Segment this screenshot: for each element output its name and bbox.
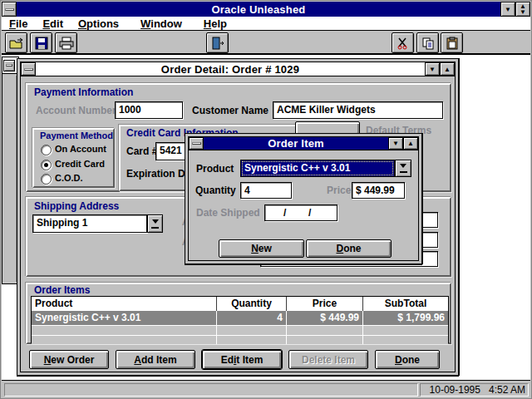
radio-on-account[interactable] [41,145,52,155]
minimize-icon: ▼ [429,66,436,72]
application-window: Oracle Unleashed ▼ ▲▼ File Edit Options … [0,0,532,399]
cut-button[interactable] [392,32,414,53]
edit-item-button[interactable]: Edit Item [202,350,282,369]
table-row-selected[interactable]: Synergistic C++ v 3.01 4 $ 449.99 $ 1,79… [32,311,448,325]
app-titlebar: Oracle Unleashed ▼ ▲▼ [2,2,530,17]
status-datetime: 10-09-1995 4:52 AM [420,383,529,397]
order-detail-minimize-button[interactable]: ▼ [425,62,440,76]
maximize-icon: ▲ [444,66,451,72]
date-shipped-field[interactable]: / / [264,204,337,221]
order-items-table: Product Quantity Price SubTotal Synergis… [31,296,449,343]
price-field[interactable]: $ 449.99 [352,182,405,199]
minimize-icon: ▼ [505,7,511,12]
chevron-down-icon [400,164,406,171]
new-order-button[interactable]: New Order [29,350,109,369]
menu-edit[interactable]: Edit [35,17,71,30]
minimize-icon: ▼ [392,140,399,146]
payment-information-label: Payment Information [34,86,133,98]
column-header-product: Product [32,297,217,311]
dialog-new-button[interactable]: New [219,239,304,258]
column-header-subtotal: SubTotal [363,297,448,311]
cut-icon [397,37,410,50]
statusbar: 10-09-1995 4:52 AM [2,380,530,397]
customer-name-label: Customer Name [192,105,268,116]
product-combobox[interactable]: Synergistic C++ v 3.01 [240,160,395,177]
order-detail-titlebar: Order Detail: Order # 1029 ▼ ▲ [20,62,456,76]
price-label: Price [327,185,351,196]
add-item-button[interactable]: Add Item [116,350,195,369]
order-detail-title: Order Detail: Order # 1029 [36,63,425,76]
shipping-address-dropdown-button[interactable] [147,214,163,233]
menu-help[interactable]: Help [196,17,234,30]
minimize-button[interactable]: ▼ [500,2,515,17]
product-dropdown-button[interactable] [395,160,411,177]
delete-item-button: Delete Item [288,350,368,369]
print-button[interactable] [55,32,77,53]
menu-window[interactable]: Window [133,17,190,30]
cell-product: Synergistic C++ v 3.01 [32,311,217,325]
radio-cod[interactable] [41,174,52,185]
menu-options[interactable]: Options [71,17,126,30]
menu-file[interactable]: File [2,17,35,30]
control-menu-icon [192,142,201,145]
payment-method-label: Payment Method [40,131,113,140]
account-number-label: Account Number [36,105,116,116]
done-button[interactable]: Done [375,350,440,369]
quantity-label: Quantity [195,185,236,196]
app-title: Oracle Unleashed [17,3,500,16]
app-control-menu-button[interactable] [2,2,17,17]
order-item-minimize-button[interactable]: ▼ [388,137,403,150]
save-icon [35,37,48,50]
customer-name-field[interactable]: ACME Killer Widgets [273,101,443,119]
radio-credit-card[interactable] [41,160,52,170]
chevron-down-icon [152,219,159,227]
column-header-price: Price [287,297,363,311]
copy-button[interactable] [416,32,439,53]
cell-subtotal: $ 1,799.96 [363,311,448,325]
maximize-icon: ▲ [407,140,414,146]
table-header-row: Product Quantity Price SubTotal [32,297,448,311]
save-button[interactable] [30,32,52,53]
quantity-field[interactable]: 4 [240,182,292,199]
control-menu-icon [24,68,33,71]
order-item-titlebar: Order Item ▼ ▲ [188,136,419,150]
order-item-dialog: Order Item ▼ ▲ Product Synergistic C++ v… [185,133,422,264]
product-label: Product [196,163,234,175]
table-row-empty[interactable] [32,335,448,344]
exit-icon [210,37,225,50]
radio-on-account-label: On Account [55,144,106,154]
radio-cod-label: C.O.D. [55,173,83,183]
cell-quantity: 4 [217,311,287,325]
control-menu-icon [6,64,12,66]
open-button[interactable] [5,32,27,53]
background-window-control-menu-button[interactable] [3,60,15,71]
payment-method-group: Payment Method On Account Credit Card C.… [32,128,115,188]
menubar: File Edit Options Window Help [2,17,530,31]
card-number-label: Card # [126,145,157,157]
open-icon [8,37,25,50]
order-detail-maximize-button[interactable]: ▲ [440,62,455,76]
order-detail-control-menu-button[interactable] [21,62,36,76]
account-number-field[interactable]: 1000 [115,101,183,119]
dialog-done-button[interactable]: Done [306,239,392,258]
cell-price: $ 449.99 [287,311,363,325]
paste-button[interactable] [441,32,463,53]
date-shipped-label: Date Shipped [196,207,260,219]
restore-button[interactable]: ▲▼ [515,2,530,17]
shipping-address-label: Shipping Address [34,200,119,212]
order-item-maximize-button[interactable]: ▲ [403,137,418,150]
copy-icon [421,37,435,50]
toolbar [2,31,530,55]
radio-credit-card-label: Credit Card [55,159,105,169]
status-message-panel [4,383,418,397]
order-items-label: Order Items [34,284,90,296]
order-item-client: Product Synergistic C++ v 3.01 Quantity … [188,150,419,261]
order-item-control-menu-button[interactable] [189,137,204,150]
shipping-address-combobox[interactable]: Shipping 1 [32,214,147,233]
column-header-quantity: Quantity [217,297,287,311]
order-items-section: Order Items Product Quantity Price SubTo… [26,283,451,344]
print-icon [59,37,74,50]
order-item-title: Order Item [204,137,388,150]
exit-button[interactable] [206,32,229,53]
table-row-empty[interactable] [32,325,448,335]
